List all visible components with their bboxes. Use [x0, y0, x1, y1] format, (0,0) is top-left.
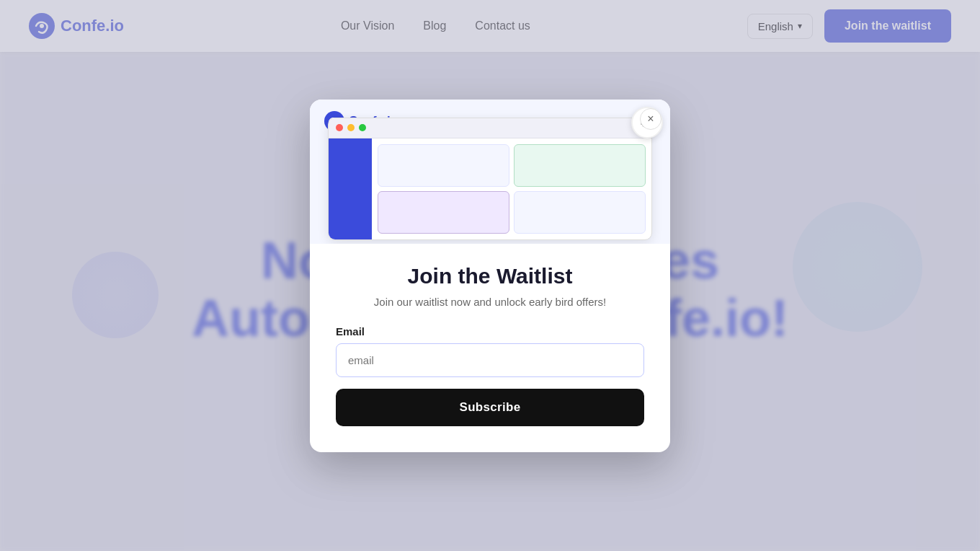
modal-subtitle: Join our waitlist now and unlock early b… — [336, 296, 644, 308]
waitlist-modal: × Confe.io — [310, 100, 670, 452]
modal-close-button[interactable]: × — [640, 108, 662, 130]
subscribe-button[interactable]: Subscribe — [336, 389, 644, 426]
email-label: Email — [336, 325, 644, 338]
modal-title: Join the Waitlist — [336, 264, 644, 288]
email-input[interactable] — [336, 343, 644, 377]
modal-screenshot — [328, 118, 652, 240]
modal-header: Confe.io — [310, 100, 670, 244]
modal-body: Join the Waitlist Join our waitlist now … — [310, 244, 670, 452]
modal-backdrop[interactable]: × Confe.io — [0, 0, 980, 551]
